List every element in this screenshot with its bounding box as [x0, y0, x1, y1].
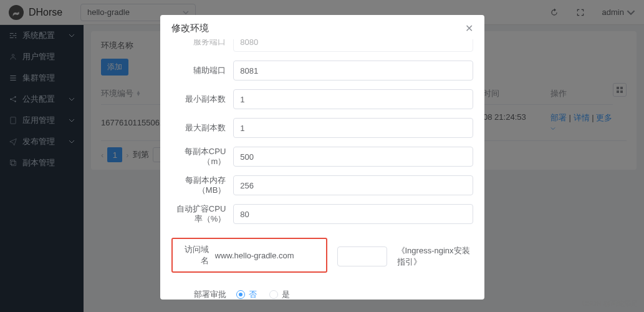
autoscale-input[interactable] [233, 204, 473, 224]
svc-port-label: 服务端口 [171, 39, 234, 47]
svc-port-input[interactable] [233, 39, 473, 52]
memory-label: 每副本内存（MB） [171, 175, 234, 195]
form-row-memory: 每副本内存（MB） [171, 175, 473, 195]
dialog-title: 修改环境 [171, 22, 209, 34]
form-row-min-replicas: 最小副本数 [171, 89, 473, 109]
max-replicas-input[interactable] [233, 118, 473, 138]
form-row-cpu: 每副本CPU（m） [171, 147, 473, 167]
edit-env-dialog: 修改环境 ✕ 服务端口 辅助端口 最小副本数 最大副本数 每副本CPU（m） [160, 15, 484, 300]
close-icon[interactable]: ✕ [465, 22, 473, 34]
form-row-autoscale: 自动扩容CPU率（%） [171, 204, 473, 224]
approve-label: 部署审批 [171, 290, 234, 300]
dialog-header: 修改环境 ✕ [160, 15, 484, 39]
domain-side-input[interactable] [337, 246, 387, 266]
max-replicas-label: 最大副本数 [171, 123, 234, 133]
modal-overlay[interactable]: 修改环境 ✕ 服务端口 辅助端口 最小副本数 最大副本数 每副本CPU（m） [0, 0, 644, 312]
domain-label: 访问域名 [179, 244, 215, 266]
domain-input[interactable] [215, 246, 320, 264]
domain-highlight-box: 访问域名 [171, 238, 327, 273]
dialog-body: 服务端口 辅助端口 最小副本数 最大副本数 每副本CPU（m） 每副本内存（MB… [160, 39, 484, 300]
form-row-domain: 访问域名 《Ingress-nginx安装指引》 [171, 233, 473, 280]
form-row-aux-port: 辅助端口 [171, 61, 473, 80]
form-row-svc-port: 服务端口 [171, 39, 473, 52]
cpu-input[interactable] [233, 147, 473, 167]
ingress-hint-link[interactable]: 《Ingress-nginx安装指引》 [397, 245, 473, 268]
form-row-approve: 部署审批 否 是 [171, 289, 473, 300]
memory-input[interactable] [233, 175, 473, 195]
approve-yes-radio[interactable]: 是 [269, 289, 290, 300]
aux-port-input[interactable] [233, 61, 473, 80]
approve-no-radio[interactable]: 否 [236, 289, 257, 300]
min-replicas-label: 最小副本数 [171, 94, 234, 104]
min-replicas-input[interactable] [233, 89, 473, 109]
cpu-label: 每副本CPU（m） [171, 147, 234, 166]
aux-port-label: 辅助端口 [171, 66, 234, 76]
autoscale-label: 自动扩容CPU率（%） [171, 204, 234, 223]
form-row-max-replicas: 最大副本数 [171, 118, 473, 138]
watermark: CSDN @画蛇添足 [582, 299, 638, 308]
